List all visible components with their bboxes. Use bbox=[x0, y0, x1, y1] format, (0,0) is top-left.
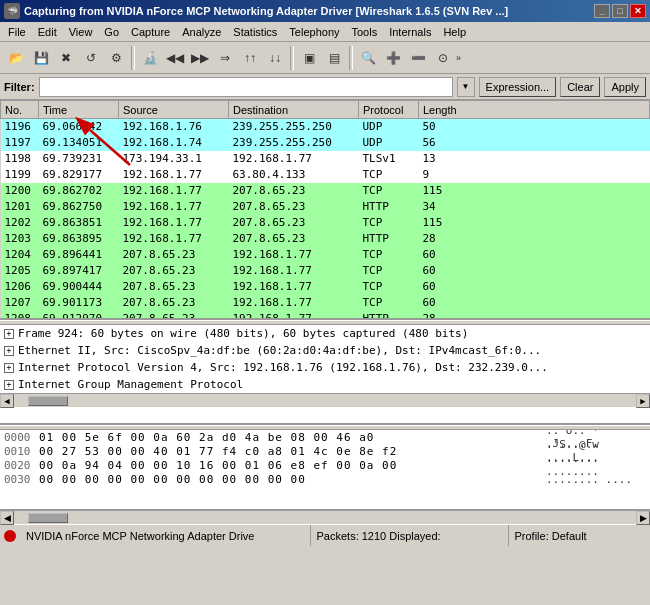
hex-dump-panel: 000001 00 5e 6f 00 0a 60 2a d0 4a be 08 … bbox=[0, 430, 650, 510]
hex-offset: 0000 bbox=[4, 431, 39, 444]
filter-input[interactable] bbox=[39, 77, 453, 97]
app-icon: 🦈 bbox=[4, 3, 20, 19]
hscroll-right[interactable]: ▶ bbox=[636, 394, 650, 408]
menu-analyze[interactable]: Analyze bbox=[176, 24, 227, 40]
menu-statistics[interactable]: Statistics bbox=[227, 24, 283, 40]
expand-icon[interactable]: + bbox=[4, 329, 14, 339]
table-row[interactable]: 120169.862750192.168.1.77207.8.65.23HTTP… bbox=[1, 199, 650, 215]
menu-help[interactable]: Help bbox=[437, 24, 472, 40]
col-protocol: Protocol bbox=[359, 101, 419, 119]
table-row[interactable]: 120869.912970207.8.65.23192.168.1.77HTTP… bbox=[1, 311, 650, 321]
col-time: Time bbox=[39, 101, 119, 119]
toolbar-btn-zoom-out[interactable]: ➕ bbox=[381, 46, 405, 70]
hex-hscroll-right[interactable]: ▶ bbox=[636, 511, 650, 525]
packet-table-wrapper: No. Time Source Destination Protocol Len… bbox=[0, 100, 650, 320]
table-row[interactable]: 120369.863895192.168.1.77207.8.65.23HTTP… bbox=[1, 231, 650, 247]
detail-panel: +Frame 924: 60 bytes on wire (480 bits),… bbox=[0, 325, 650, 425]
detail-text: Frame 924: 60 bytes on wire (480 bits), … bbox=[18, 327, 468, 340]
toolbar-btn-autoscale[interactable]: ▤ bbox=[322, 46, 346, 70]
menu-file[interactable]: File bbox=[2, 24, 32, 40]
maximize-button[interactable]: □ bbox=[612, 4, 628, 18]
expand-icon[interactable]: + bbox=[4, 346, 14, 356]
menu-go[interactable]: Go bbox=[98, 24, 125, 40]
title-bar: 🦈 Capturing from NVIDIA nForce MCP Netwo… bbox=[0, 0, 650, 22]
table-row[interactable]: 119869.739231173.194.33.1192.168.1.77TLS… bbox=[1, 151, 650, 167]
status-packets: Packets: 1210 Displayed: bbox=[311, 525, 509, 546]
toolbar-btn-zoom-in[interactable]: 🔍 bbox=[356, 46, 380, 70]
detail-row[interactable]: +Ethernet II, Src: CiscoSpv_4a:df:be (60… bbox=[0, 342, 650, 359]
toolbar-btn-forward[interactable]: ▶▶ bbox=[188, 46, 212, 70]
title-text: Capturing from NVIDIA nForce MCP Network… bbox=[24, 5, 594, 17]
table-row[interactable]: 120269.863851192.168.1.77207.8.65.23TCP1… bbox=[1, 215, 650, 231]
window-controls: _ □ ✕ bbox=[594, 4, 646, 18]
hscroll-left[interactable]: ◀ bbox=[0, 394, 14, 408]
toolbar-btn-close-cap[interactable]: ✖ bbox=[54, 46, 78, 70]
minimize-button[interactable]: _ bbox=[594, 4, 610, 18]
detail-row[interactable]: +Internet Group Management Protocol bbox=[0, 376, 650, 393]
table-header-row: No. Time Source Destination Protocol Len… bbox=[1, 101, 650, 119]
toolbar-btn-colorize[interactable]: ▣ bbox=[297, 46, 321, 70]
toolbar-btn-reload[interactable]: ↺ bbox=[79, 46, 103, 70]
col-no: No. bbox=[1, 101, 39, 119]
toolbar-btn-back[interactable]: ◀◀ bbox=[163, 46, 187, 70]
table-row[interactable]: 119669.066042192.168.1.76239.255.255.250… bbox=[1, 119, 650, 135]
status-adapter: NVIDIA nForce MCP Networking Adapter Dri… bbox=[20, 525, 311, 546]
hex-offset: 0030 bbox=[4, 473, 39, 486]
menu-bar: File Edit View Go Capture Analyze Statis… bbox=[0, 22, 650, 42]
toolbar-btn-goto[interactable]: ⇒ bbox=[213, 46, 237, 70]
hex-dump-row: 002000 0a 94 04 00 00 10 16 00 01 06 e8 … bbox=[0, 458, 650, 472]
expand-icon[interactable]: + bbox=[4, 363, 14, 373]
toolbar-btn-zoom-reset[interactable]: ➖ bbox=[406, 46, 430, 70]
toolbar-btn-top[interactable]: ↑↑ bbox=[238, 46, 262, 70]
toolbar-separator bbox=[349, 46, 353, 70]
menu-tools[interactable]: Tools bbox=[346, 24, 384, 40]
toolbar-btn-bottom[interactable]: ↓↓ bbox=[263, 46, 287, 70]
toolbar-btn-save[interactable]: 💾 bbox=[29, 46, 53, 70]
close-button[interactable]: ✕ bbox=[630, 4, 646, 18]
toolbar-btn-cap-opts[interactable]: ⚙ bbox=[104, 46, 128, 70]
table-row[interactable]: 120669.900444207.8.65.23192.168.1.77TCP6… bbox=[1, 279, 650, 295]
menu-capture[interactable]: Capture bbox=[125, 24, 176, 40]
hex-bytes: 00 27 53 00 00 40 01 77 f4 c0 a8 01 4c 0… bbox=[39, 445, 538, 458]
clear-button[interactable]: Clear bbox=[560, 77, 600, 97]
toolbar-btn-find[interactable]: 🔬 bbox=[138, 46, 162, 70]
detail-hscrollbar[interactable]: ◀ ▶ bbox=[0, 393, 650, 407]
toolbar-btn-open[interactable]: 📂 bbox=[4, 46, 28, 70]
status-profile: Profile: Default bbox=[509, 525, 651, 546]
detail-row[interactable]: +Internet Protocol Version 4, Src: 192.1… bbox=[0, 359, 650, 376]
detail-row[interactable]: +Frame 924: 60 bytes on wire (480 bits),… bbox=[0, 325, 650, 342]
menu-internals[interactable]: Internals bbox=[383, 24, 437, 40]
menu-telephony[interactable]: Telephony bbox=[283, 24, 345, 40]
table-row[interactable]: 119769.134051192.168.1.74239.255.255.250… bbox=[1, 135, 650, 151]
toolbar-separator bbox=[131, 46, 135, 70]
table-row[interactable]: 120069.862702192.168.1.77207.8.65.23TCP1… bbox=[1, 183, 650, 199]
filter-dropdown-button[interactable]: ▼ bbox=[457, 77, 475, 97]
apply-button[interactable]: Apply bbox=[604, 77, 646, 97]
hex-dump-row: 003000 00 00 00 00 00 00 00 00 00 00 00.… bbox=[0, 472, 650, 486]
toolbar-btn-orig-size[interactable]: ⊙ bbox=[431, 46, 455, 70]
col-source: Source bbox=[119, 101, 229, 119]
hex-hscroll-thumb[interactable] bbox=[28, 513, 68, 523]
table-row[interactable]: 119969.829177192.168.1.7763.80.4.133TCP9 bbox=[1, 167, 650, 183]
menu-edit[interactable]: Edit bbox=[32, 24, 63, 40]
table-row[interactable]: 120569.897417207.8.65.23192.168.1.77TCP6… bbox=[1, 263, 650, 279]
hscroll-thumb[interactable] bbox=[28, 396, 68, 406]
packet-table: No. Time Source Destination Protocol Len… bbox=[0, 100, 650, 320]
hex-hscroll-left[interactable]: ◀ bbox=[0, 511, 14, 525]
hex-offset: 0010 bbox=[4, 445, 39, 458]
table-row[interactable]: 120769.901173207.8.65.23192.168.1.77TCP6… bbox=[1, 295, 650, 311]
hex-bytes: 00 0a 94 04 00 00 10 16 00 01 06 e8 ef 0… bbox=[39, 459, 538, 472]
detail-text: Internet Protocol Version 4, Src: 192.16… bbox=[18, 361, 548, 374]
capture-led bbox=[4, 530, 16, 542]
detail-text: Ethernet II, Src: CiscoSpv_4a:df:be (60:… bbox=[18, 344, 541, 357]
filter-bar: Filter: ▼ Expression... Clear Apply bbox=[0, 74, 650, 100]
menu-view[interactable]: View bbox=[63, 24, 99, 40]
toolbar-more[interactable]: » bbox=[456, 46, 468, 70]
table-row[interactable]: 120469.896441207.8.65.23192.168.1.77TCP6… bbox=[1, 247, 650, 263]
hex-offset: 0020 bbox=[4, 459, 39, 472]
hex-hscrollbar[interactable]: ◀ ▶ bbox=[0, 510, 650, 524]
toolbar-separator bbox=[290, 46, 294, 70]
col-length: Length bbox=[419, 101, 650, 119]
expression-button[interactable]: Expression... bbox=[479, 77, 557, 97]
expand-icon[interactable]: + bbox=[4, 380, 14, 390]
